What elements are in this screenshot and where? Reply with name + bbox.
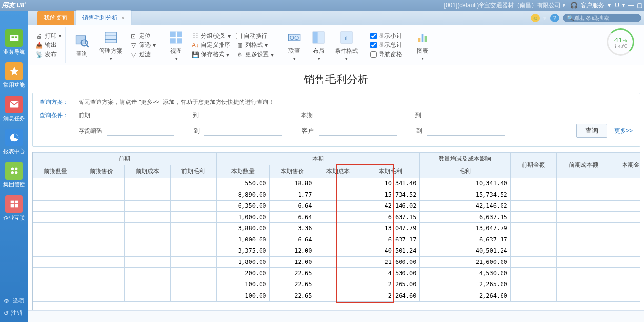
svg-point-8 [11, 171, 14, 174]
stock-label: 存货编码 [79, 127, 102, 135]
filter-panel: 查询方案： 暂无查询方案，请点击 "更多>>" 添加，有助于您更加方便快捷的进行… [32, 93, 640, 147]
minimize-icon[interactable]: — [628, 2, 634, 9]
company-dropdown-icon[interactable]: ▾ [563, 2, 565, 9]
svg-point-7 [15, 168, 17, 171]
filter-button[interactable]: ▽筛选 ▾ [129, 41, 156, 49]
table-row[interactable]: 100.0022.652,265.002,265.002,2 [33, 279, 641, 290]
stock-from-field[interactable] [107, 126, 174, 136]
col-group-curr: 本期 [216, 153, 420, 165]
linkq-button[interactable]: 联查▾ [284, 29, 304, 61]
svg-marker-3 [10, 67, 19, 75]
search-input[interactable] [574, 15, 644, 21]
col-curamt: 本期金额 [611, 153, 640, 178]
query-button[interactable]: 查询 [576, 124, 607, 138]
nav-common[interactable]: 常用功能 [2, 62, 26, 89]
gear2-icon: ⚙ [236, 51, 243, 59]
moreset-button[interactable]: ⚙更多设置 ▾ [236, 50, 274, 59]
table-row[interactable]: 1,800.0012.0021,600.0021,600.0021,6 [33, 257, 641, 268]
col-curml: 本期毛利 [361, 165, 420, 178]
svg-rect-2 [15, 36, 17, 38]
query-big-button[interactable]: 查询 [72, 32, 92, 58]
print-button[interactable]: 🖨打印 ▾ [35, 32, 61, 40]
customer-service-link[interactable]: 客户服务 [581, 1, 604, 10]
locate-icon: ⊡ [129, 32, 137, 40]
u-dropdown-icon[interactable]: ▾ [622, 2, 625, 9]
more-link[interactable]: 更多>> [614, 127, 633, 135]
performance-gauge[interactable]: 41%🌡48℃ [607, 28, 637, 59]
table-row[interactable]: 200.0022.654,530.004,530.004, [33, 268, 641, 279]
tab-desktop[interactable]: 我的桌面 [37, 11, 74, 25]
to-label3: 到 [194, 127, 200, 135]
navwin-check[interactable]: 导航窗格 [370, 50, 402, 59]
col-prevcost: 前期成本 [124, 165, 170, 178]
nav-messages[interactable]: 消息任务 [2, 96, 26, 122]
condfmt-button[interactable]: if条件格式▾ [333, 29, 360, 61]
col-group-delta: 数量增减及成本影响 [420, 153, 510, 165]
nav-group[interactable]: 集团管控 [2, 162, 26, 188]
curr-to-field[interactable] [426, 110, 504, 120]
search-icon: 🔍 [567, 15, 574, 21]
chart-button[interactable]: 图表▾ [412, 29, 433, 61]
customsort-button[interactable]: A↓自定义排序 [191, 41, 231, 49]
table-row[interactable]: 3,880.003.3613,047.7913,047.7913,0 [33, 223, 641, 234]
smiley-dropdown-icon[interactable]: ▾ [543, 15, 546, 21]
nav-business[interactable]: 业务导航 [2, 29, 26, 56]
svg-line-16 [87, 45, 89, 47]
col-prevprice: 前期售价 [79, 165, 124, 178]
funnel-icon: ▽ [129, 41, 137, 49]
subtotal-check[interactable]: 显示小计 [370, 32, 402, 40]
table-row[interactable]: 550.0018.8010,341.4010,341.4010, [33, 178, 641, 189]
nav-logout[interactable]: ↺注销 [0, 307, 28, 319]
curr-from-field[interactable] [318, 110, 396, 120]
headset-icon: 🎧 [570, 2, 578, 9]
u-menu[interactable]: U [615, 2, 619, 9]
table-row[interactable]: 1,000.006.646,637.156,637.156,6 [33, 212, 641, 223]
col-prevcostamt: 前期成本额 [556, 153, 611, 178]
maximize-icon[interactable]: ▢ [637, 2, 642, 9]
data-table[interactable]: 前期 本期 数量增减及成本影响 前期金额 前期成本额 本期金额 前期数量 前期售… [32, 152, 640, 310]
col-prevqty: 前期数量 [33, 165, 79, 178]
groupcross-button[interactable]: ☷分组/交叉 ▾ [191, 32, 231, 40]
table-row[interactable]: 6,350.006.6442,146.0242,146.0242, [33, 201, 641, 212]
smiley-icon[interactable]: ☺ [531, 14, 540, 22]
table-row[interactable]: 8,890.001.7715,734.5215,734.5215, [33, 189, 641, 201]
autowrap-check[interactable]: 自动换行 [236, 32, 274, 40]
scheme-button[interactable]: 管理方案▾ [97, 29, 124, 61]
nav-reports[interactable]: 报表中心 [2, 129, 26, 155]
filter2-button[interactable]: ▽过滤 [129, 50, 156, 59]
table-row[interactable]: 1,000.006.646,637.176,637.176,6 [33, 234, 641, 245]
output-button[interactable]: 📤输出 [35, 41, 61, 49]
svg-rect-31 [422, 34, 424, 42]
view-button[interactable]: 视图▾ [166, 29, 186, 61]
help-icon[interactable]: ? [550, 14, 559, 22]
funnel2-icon: ▽ [129, 51, 137, 59]
title-bar: 用友 U8+ [001](default)帝宝交通器材（南昌）有限公司 ▾ 🎧 … [0, 0, 644, 11]
col-prevml: 前期毛利 [170, 165, 216, 178]
tab-analysis[interactable]: 销售毛利分析× [75, 10, 132, 25]
nav-enterprise[interactable]: 企业互联 [2, 195, 26, 221]
close-tab-icon[interactable]: × [121, 15, 124, 20]
group-icon: ☷ [191, 32, 199, 40]
col-ml: 毛利 [420, 165, 510, 178]
cust-to-field[interactable] [427, 126, 505, 136]
search-box[interactable]: 🔍 [563, 14, 641, 22]
svc-dropdown-icon[interactable]: ▾ [608, 2, 611, 9]
layout-button[interactable]: 布局▾ [308, 29, 329, 61]
prev-to-field[interactable] [203, 110, 282, 120]
svg-rect-10 [11, 201, 14, 203]
total-check[interactable]: 显示总计 [370, 41, 402, 49]
table-row[interactable]: 100.0022.652,264.602,264.602, [33, 290, 641, 302]
stock-to-field[interactable] [204, 126, 282, 136]
svg-point-9 [15, 171, 17, 174]
curr-label: 本期 [301, 111, 313, 120]
locate-button[interactable]: ⊡定位 [129, 32, 156, 40]
publish-button[interactable]: 📡发布 [35, 50, 61, 59]
colfmt-button[interactable]: ▥列格式 ▾ [236, 41, 274, 49]
nav-options[interactable]: ⚙选项 [0, 295, 28, 307]
company-name[interactable]: [001](default)帝宝交通器材（南昌）有限公司 [444, 1, 561, 10]
savefmt-button[interactable]: 💾保存格式 ▾ [191, 50, 231, 59]
table-row[interactable]: 3,375.0012.0040,501.2440,501.2440, [33, 245, 641, 257]
svg-rect-32 [425, 36, 427, 42]
prev-from-field[interactable] [95, 110, 173, 120]
cust-from-field[interactable] [319, 126, 397, 136]
